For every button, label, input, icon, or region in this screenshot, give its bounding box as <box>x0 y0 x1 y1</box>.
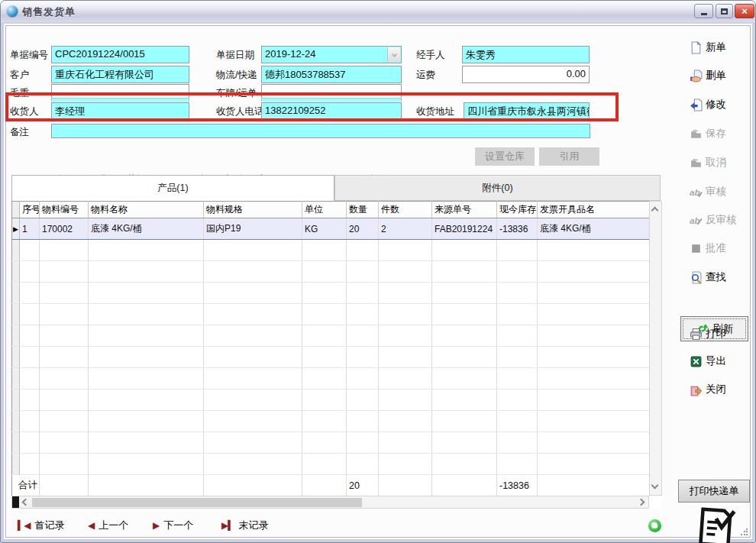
notepad-check-icon[interactable] <box>693 505 738 543</box>
scroll-corner-block <box>12 496 19 508</box>
vertical-scrollbar[interactable] <box>649 201 662 496</box>
remark-field[interactable] <box>51 124 590 138</box>
sidebar-button-delete[interactable]: 删单 <box>690 67 756 84</box>
delete-doc-icon <box>690 69 703 82</box>
close-icon: × <box>741 5 748 17</box>
doc-date-field[interactable]: 2019-12-24 <box>261 46 402 63</box>
handler-field[interactable]: 朱雯秀 <box>462 46 590 63</box>
sidebar-button-unaudit[interactable]: ab 反审核 <box>690 212 756 228</box>
table-empty-row <box>12 347 650 368</box>
tab-attachments[interactable]: 附件(0) <box>334 175 661 201</box>
table-empty-row <box>12 304 650 325</box>
total-label: 合计 <box>12 475 40 496</box>
handler-label: 经手人 <box>416 49 445 62</box>
doc-date-value: 2019-12-24 <box>265 48 316 60</box>
table-empty-row <box>12 368 650 389</box>
doc-no-label: 单据编号 <box>10 49 48 62</box>
col-item-spec[interactable]: 物料规格 <box>204 202 302 218</box>
print-express-button[interactable]: 打印快递单 <box>678 480 750 503</box>
modify-doc-icon <box>690 99 703 112</box>
title-bar[interactable]: 销售发货单 × <box>1 1 755 22</box>
freight-field[interactable]: 0.00 <box>462 66 590 83</box>
col-item-code[interactable]: 物料编号 <box>40 202 89 218</box>
sidebar-button-new[interactable]: 新单 <box>690 39 756 56</box>
table-empty-row <box>12 454 650 475</box>
customer-field[interactable]: 重庆石化工程有限公司 <box>51 66 189 83</box>
client-area: 单据编号 CPC20191224/0015 单据日期 2019-12-24 经手… <box>4 24 752 539</box>
minimize-button[interactable] <box>694 4 713 18</box>
sidebar-button-modify[interactable]: 修改 <box>690 96 756 113</box>
sidebar-button-audit[interactable]: ab 审核 <box>690 183 756 200</box>
close-button[interactable]: × <box>735 4 754 18</box>
col-stock[interactable]: 现今库存 <box>497 202 538 218</box>
total-qty: 20 <box>347 475 379 496</box>
first-record-icon: ▍◀ <box>18 520 30 531</box>
reference-button[interactable]: 引用 <box>539 147 599 166</box>
tab-products[interactable]: 产品(1) <box>11 175 334 201</box>
col-pieces[interactable]: 件数 <box>379 202 432 218</box>
sidebar-button-approve[interactable]: 批准 <box>690 240 756 257</box>
col-unit[interactable]: 单位 <box>302 202 347 218</box>
field-sliver <box>261 98 402 102</box>
table-empty-row <box>12 411 650 432</box>
nav-previous[interactable]: ◀上一个 <box>88 519 128 532</box>
audit-icon: ab <box>690 186 703 199</box>
find-icon <box>690 271 703 284</box>
green-status-icon[interactable] <box>648 519 661 532</box>
receiver-field[interactable]: 李经理 <box>51 102 189 121</box>
table-row[interactable]: ▶ 1 170002 底漆 4KG/桶 国内P19 KG 20 2 FAB201… <box>12 218 650 240</box>
app-globe-icon <box>6 5 18 18</box>
col-invoice-name[interactable]: 发票开具品名 <box>538 202 650 218</box>
sidebar-button-export[interactable]: 导出 <box>690 353 756 370</box>
previous-icon: ◀ <box>88 520 94 531</box>
nav-last-record[interactable]: ▶▍末记录 <box>221 519 268 532</box>
col-source-no[interactable]: 来源单号 <box>432 202 497 218</box>
nav-next[interactable]: ▶下一个 <box>153 519 193 532</box>
table-empty-row <box>12 261 650 283</box>
col-seq[interactable]: 序号 <box>20 202 40 218</box>
receiver-address-field[interactable]: 四川省重庆市叙永县两河镇街道 <box>464 102 590 121</box>
sidebar-button-cancel[interactable]: 取消 <box>690 154 756 171</box>
close-doc-icon <box>690 383 703 396</box>
doc-no-field[interactable]: CPC20191224/0015 <box>51 46 189 63</box>
scroll-right-icon[interactable] <box>638 499 645 506</box>
sidebar-button-find[interactable]: 查找 <box>690 269 756 286</box>
set-warehouse-button[interactable]: 设置仓库 <box>475 147 535 166</box>
scroll-left-icon[interactable] <box>22 499 30 506</box>
approve-icon <box>690 242 703 255</box>
scroll-down-icon[interactable] <box>651 482 659 490</box>
print-icon <box>690 328 703 341</box>
plate-waybill-label: 车牌/运单 <box>216 87 257 100</box>
chevron-down-icon <box>391 52 396 57</box>
date-dropdown-button[interactable] <box>387 47 400 62</box>
remark-label: 备注 <box>10 126 29 139</box>
maximize-button[interactable] <box>716 4 733 18</box>
items-table: 序号 物料编号 物料名称 物料规格 单位 数量 件数 来源单号 现今库存 发票开… <box>11 201 662 509</box>
horizontal-scrollbar[interactable] <box>11 496 649 509</box>
receiver-phone-label: 收货人电话 <box>216 105 264 118</box>
field-sliver <box>51 98 189 102</box>
customer-label: 客户 <box>10 69 29 82</box>
gross-weight-label: 毛重 <box>10 87 29 100</box>
table-empty-row <box>12 389 650 411</box>
table-empty-row <box>12 283 650 304</box>
save-icon <box>690 128 703 141</box>
logistics-field[interactable]: 德邦18053788537 <box>261 66 402 83</box>
next-icon: ▶ <box>153 520 159 531</box>
minimize-icon <box>701 13 707 15</box>
receiver-phone-field[interactable]: 13822109252 <box>261 102 402 121</box>
row-selector-arrow: ▶ <box>12 218 20 240</box>
resize-grip[interactable] <box>740 528 748 536</box>
col-item-name[interactable]: 物料名称 <box>89 202 204 218</box>
nav-first-record[interactable]: ▍◀首记录 <box>18 519 64 532</box>
table-empty-row <box>12 240 650 261</box>
scroll-thumb[interactable] <box>32 498 362 507</box>
sidebar-button-print[interactable]: 打印 <box>690 325 756 342</box>
export-excel-icon <box>690 355 703 368</box>
sidebar-button-save[interactable]: 保存 <box>690 125 756 142</box>
col-qty[interactable]: 数量 <box>347 202 379 218</box>
table-total-row: 合计 20 -13836 <box>12 475 650 496</box>
sidebar-button-close[interactable]: 关闭 <box>690 381 756 398</box>
scroll-up-icon[interactable] <box>651 207 659 215</box>
maximize-icon <box>721 8 728 15</box>
